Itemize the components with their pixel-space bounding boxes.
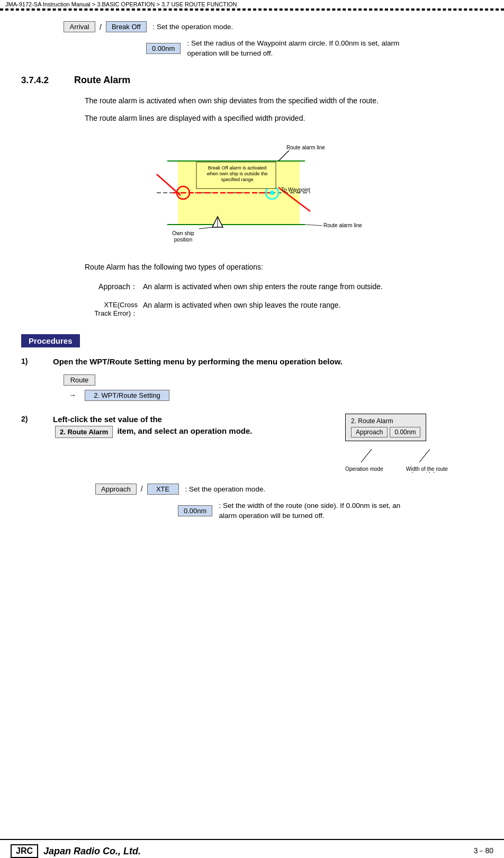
section-number: 3.7.4.2 [21,75,74,86]
top-buttons-section: Arrival / Break Off : Set the operation … [21,21,483,59]
footer: JRC Japan Radio Co., Ltd. 3－80 [0,839,504,858]
bottom-buttons-section: Approach / XTE : Set the operation mode.… [53,484,483,521]
step2-content: Left-click the set value of the 2. Route… [53,414,483,528]
step2-number: 2) [21,414,53,423]
step1-title: Open the WPT/Route Setting menu by perfo… [53,356,483,367]
width-button[interactable]: 0.00nm [178,505,212,516]
slash-separator: / [100,23,102,31]
approach-label: Approach： [85,281,143,292]
value-detail-btn[interactable]: 0.00nm [390,427,420,437]
route-alarm-diagram: Route alarm line Break Off alarm is acti… [21,135,483,251]
radius-button[interactable]: 0.00nm [146,43,181,54]
step1: 1) Open the WPT/Route Setting menu by pe… [21,356,483,401]
approach-desc: An alarm is activated when own ship ente… [143,281,383,292]
approach-row: Approach： An alarm is activated when own… [85,281,483,292]
page-number: 3－80 [474,846,493,856]
svg-line-23 [305,225,322,226]
step2: 2) Left-click the set value of the 2. Ro… [21,414,483,528]
xte-row: XTE(CrossTrack Error)： An alarm is activ… [85,300,483,318]
step2-split: Left-click the set value of the 2. Route… [53,414,483,473]
step1-content: Open the WPT/Route Setting menu by perfo… [53,356,483,401]
alarm-types-section: Approach： An alarm is activated when own… [21,281,483,318]
svg-text:when own ship is outside the: when own ship is outside the [206,171,267,176]
wpt-route-setting-button[interactable]: 2. WPT/Route Setting [85,390,169,401]
arrival-breakoff-row: Arrival / Break Off : Set the operation … [64,21,483,32]
svg-text:Operation mode: Operation mode [345,466,383,472]
alarm-types-intro: Route Alarm has the following two types … [21,262,483,273]
step2-right: 2. Route Alarm Approach 0.00nm Operation… [345,414,483,473]
breadcrumb: JMA-9172-SA Instruction Manual > 3.BASIC… [0,0,504,10]
xte-button[interactable]: XTE [147,484,179,495]
section-heading: 3.7.4.2 Route Alarm [21,75,483,86]
section-title: Route Alarm [74,75,130,86]
set-mode-desc2: : Set the operation mode. [185,485,266,493]
jrc-logo: JRC [11,844,38,858]
annotation-arrows: Operation mode Width of the route (one s… [345,446,483,473]
step2-left: Left-click the set value of the 2. Route… [53,414,329,443]
set-mode-desc: : Set the operation mode. [153,23,233,31]
svg-line-12 [278,150,289,161]
step1-buttons: Route → 2. WPT/Route Setting [53,374,483,401]
approach-detail-btn[interactable]: Approach [351,427,388,437]
svg-text:(one side): (one side) [411,471,435,473]
svg-text:Own ship: Own ship [172,230,194,236]
route-alarm-detail-box: 2. Route Alarm Approach 0.00nm [345,414,426,441]
svg-line-25 [361,449,372,462]
slash2: / [141,485,143,493]
step2-title: Left-click the set value of the 2. Route… [53,414,329,438]
approach-xte-row: Approach / XTE : Set the operation mode. [95,484,483,495]
step1-number: 1) [21,356,53,365]
svg-text:position: position [174,237,192,243]
breakoff-button[interactable]: Break Off [106,21,147,32]
svg-text:Route alarm line: Route alarm line [323,222,362,228]
para1: The route alarm is activated when own sh… [21,95,483,106]
svg-text:specified range: specified range [221,177,253,182]
route-button[interactable]: Route [64,374,95,386]
footer-logo: JRC Japan Radio Co., Ltd. [11,844,141,858]
procedures-badge: Procedures [21,329,483,356]
approach-button[interactable]: Approach [95,484,137,495]
svg-text:Route alarm line: Route alarm line [286,145,325,150]
svg-text:To Waypoint: To Waypoint [281,187,310,193]
approach-detail-row: Approach 0.00nm [351,427,420,437]
svg-line-26 [419,449,430,462]
xte-desc: An alarm is activated when own ship leav… [143,300,341,311]
annotations-area: Operation mode Width of the route (one s… [345,446,483,473]
company-name: Japan Radio Co., Ltd. [43,846,141,857]
route-alarm-item-button[interactable]: 2. Route Alarm [55,426,113,439]
svg-line-24 [199,227,212,229]
width-desc: : Set the width of the route (one side).… [219,501,420,521]
radius-row: 0.00nm : Set the radius of the Waypoint … [64,39,483,59]
width-row: 0.00nm : Set the width of the route (one… [95,501,483,521]
svg-text:Break Off alarm is activated: Break Off alarm is activated [208,165,266,171]
arrival-button[interactable]: Arrival [64,21,95,32]
arrow-symbol: → [69,391,76,399]
svg-point-10 [270,191,274,195]
arrow-row: → 2. WPT/Route Setting [64,390,483,401]
para2: The route alarm lines are displayed with… [21,113,483,124]
radius-desc: : Set the radius of the Waypoint alarm c… [187,39,409,59]
xte-label: XTE(CrossTrack Error)： [85,300,143,318]
